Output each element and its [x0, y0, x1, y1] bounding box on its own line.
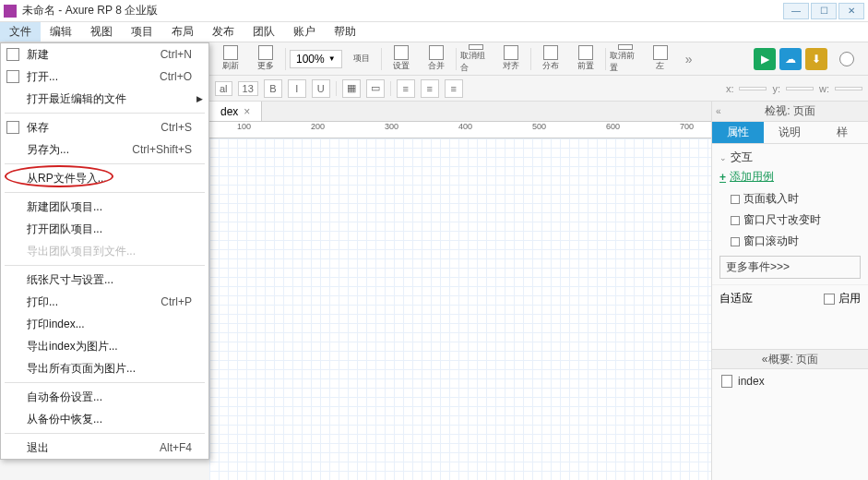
tab-style[interactable]: 样: [816, 122, 868, 144]
menu-item-label: 从RP文件导入...: [27, 171, 199, 186]
border-button[interactable]: ▭: [366, 79, 385, 98]
file-menu-item-20[interactable]: 从备份中恢复...: [1, 408, 208, 430]
menu-account[interactable]: 账户: [284, 22, 325, 42]
event-window-resize[interactable]: 窗口尺寸改变时: [719, 210, 861, 231]
menu-item-shortcut: Ctrl+Shift+S: [132, 143, 192, 156]
outline-header: « 概要: 页面: [712, 349, 868, 369]
tab-properties[interactable]: 属性: [712, 122, 764, 144]
publish-button[interactable]: ⬇: [805, 48, 827, 70]
menu-item-label: 导出所有页面为图片...: [27, 361, 199, 377]
tool-refresh[interactable]: 刷新: [215, 44, 246, 74]
tool-group[interactable]: 取消组合: [460, 44, 492, 74]
menu-view[interactable]: 视图: [81, 22, 122, 42]
align-center-button[interactable]: ≡: [421, 79, 439, 98]
align-left-button[interactable]: ≡: [397, 79, 415, 98]
ruler-horizontal: 100200300400500600700: [209, 122, 711, 138]
enable-label: 启用: [838, 291, 861, 306]
menu-item-label: 导出团队项目到文件...: [27, 244, 199, 259]
menu-publish[interactable]: 发布: [203, 22, 244, 42]
event-window-scroll[interactable]: 窗口滚动时: [719, 231, 861, 252]
tool-lock[interactable]: 取消前置: [610, 44, 641, 74]
x-input[interactable]: [739, 87, 767, 90]
file-menu-item-9[interactable]: 新建团队项目...: [1, 196, 208, 218]
file-menu-item-4[interactable]: 保存Ctrl+S: [1, 116, 208, 138]
menubar: 文件 编辑 视图 项目 布局 发布 团队 账户 帮助: [0, 22, 868, 42]
close-button[interactable]: ✕: [838, 3, 864, 19]
file-menu-item-22[interactable]: 退出Alt+F4: [1, 437, 208, 459]
menu-item-label: 保存: [27, 120, 161, 136]
file-menu-item-0[interactable]: 新建Ctrl+N: [1, 43, 208, 66]
menu-item-label: 纸张尺寸与设置...: [27, 272, 199, 288]
file-menu-item-1[interactable]: 打开...Ctrl+O: [1, 66, 208, 88]
menu-project[interactable]: 项目: [122, 22, 162, 42]
menu-item-shortcut: Alt+F4: [160, 441, 192, 454]
file-menu-dropdown: 新建Ctrl+N打开...Ctrl+O打开最近编辑的文件▶保存Ctrl+S另存为…: [0, 42, 209, 460]
menu-item-label: 退出: [27, 440, 160, 456]
submenu-arrow-icon: ▶: [196, 94, 203, 103]
user-icon[interactable]: [831, 44, 862, 74]
event-page-load[interactable]: 页面载入时: [719, 188, 861, 210]
menu-item-label: 从备份中恢复...: [27, 412, 199, 427]
tool-unlock[interactable]: 左: [645, 44, 676, 74]
menu-edit[interactable]: 编辑: [41, 22, 81, 42]
share-button[interactable]: ☁: [779, 48, 802, 70]
outline-collapse-icon[interactable]: «: [762, 353, 768, 366]
menu-help[interactable]: 帮助: [325, 22, 365, 42]
document-tabs: dex ×: [209, 102, 711, 122]
menu-item-label: 打开团队项目...: [27, 222, 199, 237]
adaptive-label: 自适应: [719, 291, 753, 306]
maximize-button[interactable]: ☐: [811, 3, 837, 19]
fontsize-select[interactable]: 13: [238, 81, 258, 96]
align-right-button[interactable]: ≡: [445, 79, 463, 98]
page-icon: [721, 375, 732, 388]
collapse-icon[interactable]: «: [716, 106, 721, 116]
tool-more[interactable]: 更多: [250, 44, 281, 74]
menu-team[interactable]: 团队: [244, 22, 284, 42]
file-menu-item-15[interactable]: 打印index...: [1, 313, 208, 335]
bold-button[interactable]: B: [264, 79, 282, 98]
canvas[interactable]: [209, 138, 711, 480]
file-menu-item-5[interactable]: 另存为...Ctrl+Shift+S: [1, 138, 208, 161]
tool-top[interactable]: 设置: [386, 44, 417, 74]
interaction-section[interactable]: ⌄交互: [719, 150, 861, 165]
minimize-button[interactable]: —: [783, 3, 809, 19]
zoom-input[interactable]: 100%▼: [290, 50, 342, 68]
underline-button[interactable]: U: [312, 79, 330, 98]
w-input[interactable]: [835, 87, 862, 90]
fill-button[interactable]: ▦: [342, 79, 361, 98]
y-input[interactable]: [786, 87, 814, 90]
tool-align[interactable]: 分布: [535, 44, 566, 74]
file-menu-item-10[interactable]: 打开团队项目...: [1, 218, 208, 240]
tool-distribute[interactable]: 前置: [570, 44, 601, 74]
menu-layout[interactable]: 布局: [162, 22, 203, 42]
font-select[interactable]: al: [215, 81, 232, 96]
ruler-tick: 700: [680, 122, 694, 131]
window-title: 未命名 - Axure RP 8 企业版: [22, 3, 783, 18]
file-menu-item-19[interactable]: 自动备份设置...: [1, 386, 208, 408]
file-menu-item-7[interactable]: 从RP文件导入...: [1, 167, 208, 189]
outline-item-index[interactable]: index: [712, 369, 868, 393]
ruler-tick: 400: [458, 122, 472, 131]
file-menu-item-14[interactable]: 打印...Ctrl+P: [1, 291, 208, 313]
main-toolbar: 刷新 更多 100%▼ 项目 设置 合并 取消组合 对齐 分布 前置 取消前置 …: [209, 42, 868, 76]
menu-item-shortcut: Ctrl+S: [161, 121, 192, 134]
enable-checkbox[interactable]: [824, 294, 835, 305]
menu-item-label: 新建团队项目...: [27, 199, 199, 215]
tab-close-icon[interactable]: ×: [244, 105, 250, 118]
x-label: x:: [726, 83, 734, 94]
more-events-button[interactable]: 更多事件>>>: [719, 256, 861, 279]
file-menu-item-16[interactable]: 导出index为图片...: [1, 335, 208, 357]
file-menu-item-17[interactable]: 导出所有页面为图片...: [1, 357, 208, 379]
file-menu-item-13[interactable]: 纸张尺寸与设置...: [1, 269, 208, 291]
tool-bottom[interactable]: 合并: [421, 44, 452, 74]
menu-file[interactable]: 文件: [0, 22, 41, 42]
toolbar-overflow[interactable]: »: [680, 52, 698, 66]
italic-button[interactable]: I: [288, 79, 306, 98]
tab-notes[interactable]: 说明: [764, 122, 815, 144]
tab-index[interactable]: dex ×: [209, 102, 262, 121]
add-case-link[interactable]: +添加用例: [719, 165, 861, 188]
file-menu-item-2[interactable]: 打开最近编辑的文件▶: [1, 88, 208, 110]
menu-item-label: 自动备份设置...: [27, 390, 199, 405]
preview-button[interactable]: ▶: [754, 48, 776, 70]
tool-ungroup[interactable]: 对齐: [495, 44, 527, 74]
